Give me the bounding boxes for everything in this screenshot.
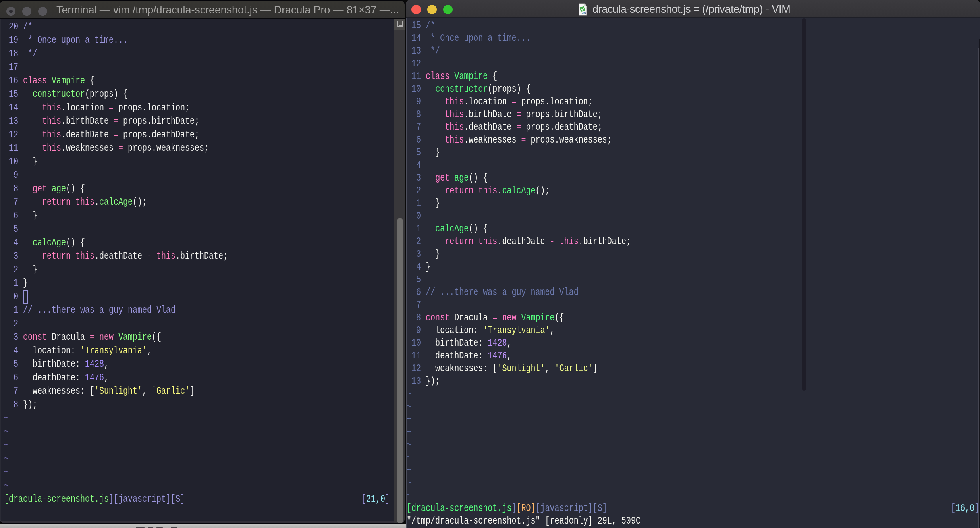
svg-text:JS: JS: [582, 11, 586, 15]
